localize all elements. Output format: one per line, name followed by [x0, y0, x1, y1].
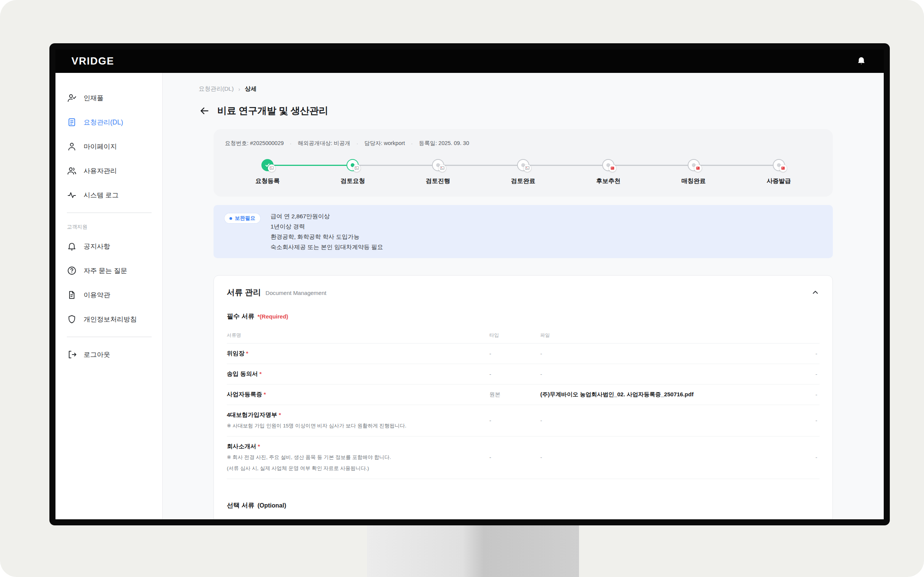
- request-number: 요청번호: #2025000029: [225, 140, 284, 147]
- sidebar-item-label: 로그아웃: [84, 350, 110, 359]
- document-note: ※ 사대보험 가입 인원이 15명 이상이면 비자 심사가 보다 원활하게 진행…: [227, 422, 489, 430]
- required-mark: *(Required): [258, 313, 288, 320]
- breadcrumb-parent[interactable]: 요청관리(DL): [199, 85, 234, 93]
- sidebar-item-label: 요청관리(DL): [84, 118, 123, 127]
- sidebar-item-system-log[interactable]: 시스템 로그: [55, 183, 162, 207]
- requirement-line: 1년이상 경력: [270, 221, 383, 232]
- document-type: -: [489, 351, 540, 357]
- activity-icon: [67, 190, 77, 200]
- document-type: 원본: [489, 391, 540, 398]
- column-name: 서류명: [227, 332, 489, 338]
- sidebar-divider: [67, 337, 152, 337]
- breadcrumb-separator: ›: [238, 86, 240, 92]
- sidebar: 인재풀 요청관리(DL) 마이페이지 사용자관리: [55, 73, 163, 519]
- required-star: *: [258, 443, 260, 450]
- clipboard-icon: [67, 117, 77, 127]
- broken-image-red-icon: [694, 164, 702, 172]
- row-action: -: [802, 455, 819, 461]
- required-documents-table: 서류명 타입 파일 위임장* - - -: [227, 328, 819, 479]
- optional-documents-heading: 선택 서류 (Optional): [227, 501, 819, 510]
- step-label: 후보추천: [596, 177, 620, 185]
- broken-image-icon: [523, 164, 531, 172]
- main-content: 요청관리(DL) › 상세 비료 연구개발 및 생산관리 요청번호: #2025…: [163, 73, 884, 519]
- shield-icon: [67, 314, 77, 324]
- document-type: -: [489, 455, 540, 461]
- document-management-card: 서류 관리 Document Management 필수 서류 *(Requir…: [213, 275, 833, 519]
- progress-stepper: 요청등록 검토요청: [225, 159, 821, 185]
- app-window: VRIDGE 인재풀 요청관리(DL: [55, 49, 884, 519]
- page-background: VRIDGE 인재풀 요청관리(DL: [0, 0, 924, 577]
- document-type: -: [489, 417, 540, 424]
- status-badge: 보완필요: [224, 213, 261, 224]
- document-file: -: [540, 371, 802, 377]
- step-label: 검토진행: [426, 177, 450, 185]
- required-star: *: [279, 411, 281, 418]
- required-star: *: [260, 371, 262, 377]
- chevron-up-icon: [811, 288, 819, 297]
- bell-icon: [67, 242, 77, 251]
- required-star: *: [246, 350, 249, 356]
- sidebar-item-label: 이용약관: [84, 290, 110, 300]
- page-title: 비료 연구개발 및 생산관리: [217, 105, 328, 117]
- sidebar-item-notices[interactable]: 공지사항: [55, 234, 162, 258]
- breadcrumb: 요청관리(DL) › 상세: [199, 85, 884, 93]
- document-file: -: [540, 417, 802, 424]
- breadcrumb-current: 상세: [245, 85, 257, 93]
- sidebar-item-request-management[interactable]: 요청관리(DL): [55, 110, 162, 134]
- monitor-frame: VRIDGE 인재풀 요청관리(DL: [49, 43, 890, 525]
- column-file: 파일: [540, 332, 802, 338]
- table-row: 송입 동의서* - - -: [227, 364, 819, 385]
- table-row: 회사소개서* ※ 회사 전경 사진, 주요 설비, 생산 품목 등 기본 정보를…: [227, 437, 819, 479]
- top-bar: VRIDGE: [55, 49, 884, 73]
- sidebar-item-label: 시스템 로그: [84, 190, 118, 200]
- sidebar-item-faq[interactable]: 자주 묻는 질문: [55, 258, 162, 283]
- step-label: 요청등록: [255, 177, 279, 185]
- broken-image-icon: [438, 164, 446, 172]
- step-label: 사증발급: [767, 177, 791, 185]
- broken-image-red-icon: [779, 164, 787, 172]
- document-name: 4대보험가입자명부: [227, 411, 277, 418]
- back-arrow-icon[interactable]: [199, 106, 210, 116]
- document-type: -: [489, 371, 540, 377]
- sidebar-item-user-management[interactable]: 사용자관리: [55, 159, 162, 183]
- required-documents-heading: 필수 서류 *(Required): [227, 312, 819, 321]
- table-row: 사업자등록증* 원본 (주)무계바이오 농업회사법인_02. 사업자등록증_25…: [227, 385, 819, 405]
- required-star: *: [264, 391, 266, 397]
- document-file: -: [540, 455, 802, 461]
- sidebar-item-label: 인재풀: [84, 93, 104, 103]
- document-file-link[interactable]: (주)무계바이오 농업회사법인_02. 사업자등록증_250716.pdf: [540, 391, 802, 398]
- sidebar-item-logout[interactable]: 로그아웃: [55, 342, 162, 367]
- document-name: 송입 동의서: [227, 371, 258, 377]
- column-type: 타입: [489, 332, 540, 338]
- sidebar-item-terms[interactable]: 이용약관: [55, 283, 162, 307]
- users-icon: [67, 166, 77, 176]
- sidebar-item-privacy-policy[interactable]: 개인정보처리방침: [55, 307, 162, 331]
- step-review-in-progress: 검토진행: [396, 159, 481, 185]
- table-row: 4대보험가입자명부* ※ 사대보험 가입 인원이 15명 이상이면 비자 심사가…: [227, 405, 819, 437]
- sidebar-item-my-page[interactable]: 마이페이지: [55, 134, 162, 159]
- document-name: 사업자등록증: [227, 391, 262, 397]
- sidebar-item-label: 자주 묻는 질문: [84, 266, 127, 275]
- row-action: -: [802, 392, 819, 398]
- notifications-button[interactable]: [856, 56, 866, 66]
- overseas-disclosure: 해외공개대상: 비공개: [297, 140, 350, 147]
- step-review-complete: 검토완료: [481, 159, 566, 185]
- sidebar-item-talent-pool[interactable]: 인재풀: [55, 86, 162, 110]
- collapse-card-button[interactable]: [811, 288, 819, 297]
- bell-icon: [856, 56, 866, 66]
- request-summary-panel: 요청번호: #2025000029 · 해외공개대상: 비공개 · 담당자: w…: [213, 129, 833, 197]
- step-label: 검토요청: [341, 177, 365, 185]
- document-name: 회사소개서: [227, 443, 257, 450]
- card-subtitle: Document Management: [266, 290, 326, 296]
- file-text-icon: [67, 290, 77, 300]
- table-header: 서류명 타입 파일: [227, 517, 819, 519]
- optional-documents-table: 서류명 타입 파일 Demand Letter(날인) 원본 (바른)_인력송출: [227, 517, 819, 519]
- user-icon: [67, 142, 77, 152]
- help-circle-icon: [67, 266, 77, 276]
- document-file: -: [540, 351, 802, 357]
- logout-icon: [67, 350, 77, 359]
- document-note: (서류 심사 시, 실제 사업체 운영 여부 확인 자료로 사용됩니다.): [227, 465, 489, 472]
- document-note: ※ 회사 전경 사진, 주요 설비, 생산 품목 등 기본 정보를 포함해야 합…: [227, 454, 489, 462]
- sidebar-section-label: 고객지원: [55, 218, 162, 234]
- step-label: 매칭완료: [682, 177, 706, 185]
